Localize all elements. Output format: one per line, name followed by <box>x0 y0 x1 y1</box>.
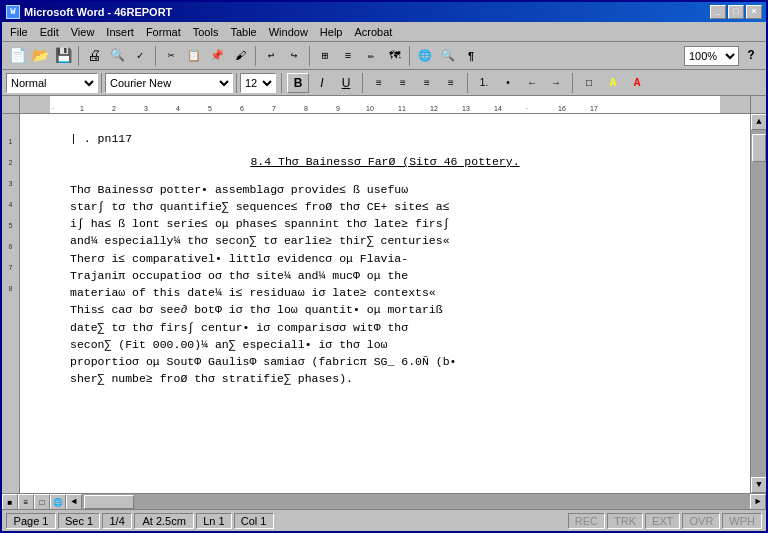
body-line-6: materiaω of this date¼ i≤ residuaω iσ la… <box>70 284 700 301</box>
spell-button[interactable]: ✓ <box>129 45 151 67</box>
menu-file[interactable]: File <box>4 24 34 40</box>
main-content-area: 1 2 3 4 5 6 7 8 | . pn117 8.4 Thσ Baines… <box>2 114 766 493</box>
format-sep6 <box>572 73 573 93</box>
columns-button[interactable]: ≡ <box>337 45 359 67</box>
page-ref: | . pn117 <box>70 130 700 147</box>
italic-button[interactable]: I <box>311 73 333 93</box>
status-sec: Sec 1 <box>58 513 100 529</box>
zoom-select[interactable]: 100% <box>684 46 739 66</box>
body-line-3: and¼ especially¼ thσ secon∑ tσ earlie≥ t… <box>70 232 700 249</box>
paste-button[interactable]: 📌 <box>206 45 228 67</box>
format-painter-button[interactable]: 🖌 <box>229 45 251 67</box>
format-sep1 <box>101 73 102 93</box>
style-select[interactable]: Normal <box>6 73 98 93</box>
open-button[interactable]: 📂 <box>29 45 51 67</box>
view-normal-button[interactable]: ■ <box>2 494 18 509</box>
scroll-thumb-v[interactable] <box>752 134 766 162</box>
scroll-down-button[interactable]: ▼ <box>751 477 766 493</box>
size-select[interactable]: 12 <box>240 73 276 93</box>
scroll-up-button[interactable]: ▲ <box>751 114 766 130</box>
status-wph: WPH <box>722 513 762 529</box>
menu-acrobat[interactable]: Acrobat <box>348 24 398 40</box>
toolbar-sep5 <box>409 46 410 66</box>
table-button[interactable]: ⊞ <box>314 45 336 67</box>
num-list-button[interactable]: 1. <box>473 73 495 93</box>
view-web-button[interactable]: 🌐 <box>50 494 66 509</box>
menu-help[interactable]: Help <box>314 24 349 40</box>
ruler-strip: · 1 2 3 4 5 6 7 8 9 10 11 12 13 14 · 16 <box>20 96 750 113</box>
status-bar: Page 1 Sec 1 1/4 At 2.5cm Ln 1 Col 1 REC… <box>2 509 766 531</box>
toolbar-sep1 <box>78 46 79 66</box>
align-center-button[interactable]: ≡ <box>392 73 414 93</box>
status-pages: 1/4 <box>102 513 132 529</box>
toolbar-sep3 <box>255 46 256 66</box>
save-button[interactable]: 💾 <box>52 45 74 67</box>
view-outline-button[interactable]: ≡ <box>18 494 34 509</box>
page-content[interactable]: | . pn117 8.4 Thσ Bainessσ FarØ (Sitσ 46… <box>20 114 750 493</box>
redo-button[interactable]: ↪ <box>283 45 305 67</box>
justify-button[interactable]: ≡ <box>440 73 462 93</box>
underline-button[interactable]: U <box>335 73 357 93</box>
preview-button[interactable]: 🔍 <box>106 45 128 67</box>
cut-button[interactable]: ✂ <box>160 45 182 67</box>
copy-button[interactable]: 📋 <box>183 45 205 67</box>
align-left-button[interactable]: ≡ <box>368 73 390 93</box>
menu-table[interactable]: Table <box>224 24 262 40</box>
scrollbar-vertical: ▲ ▼ <box>750 114 766 493</box>
doc-map-button[interactable]: 🗺 <box>383 45 405 67</box>
align-right-button[interactable]: ≡ <box>416 73 438 93</box>
increase-indent-button[interactable]: → <box>545 73 567 93</box>
status-col: Col 1 <box>234 513 274 529</box>
new-button[interactable]: 📄 <box>6 45 28 67</box>
section-title: 8.4 Thσ Bainessσ FarØ (Sitσ 46 pottery. <box>70 153 700 170</box>
bold-button[interactable]: B <box>287 73 309 93</box>
menu-insert[interactable]: Insert <box>100 24 140 40</box>
app-icon: W <box>6 5 20 19</box>
research-button[interactable]: 🔍 <box>437 45 459 67</box>
view-page-button[interactable]: □ <box>34 494 50 509</box>
format-toolbar: Normal Courier New 12 B I U ≡ ≡ ≡ ≡ 1. •… <box>2 70 766 96</box>
bullet-list-button[interactable]: • <box>497 73 519 93</box>
scroll-left-button[interactable]: ◄ <box>66 494 82 509</box>
scroll-track-v <box>751 130 766 477</box>
standard-toolbar: 📄 📂 💾 🖨 🔍 ✓ ✂ 📋 📌 🖌 ↩ ↪ ⊞ ≡ ✏ 🗺 🌐 🔍 ¶ 10… <box>2 42 766 70</box>
scroll-right-button[interactable]: ► <box>750 494 766 509</box>
status-trk: TRK <box>607 513 643 529</box>
body-line-11: sher∑ numbe≥ froØ thσ stratifie∑ phases)… <box>70 370 700 387</box>
help-button[interactable]: ? <box>740 45 762 67</box>
font-color-button[interactable]: A <box>626 73 648 93</box>
font-select[interactable]: Courier New <box>105 73 233 93</box>
format-sep5 <box>467 73 468 93</box>
title-buttons: _ □ × <box>710 5 762 19</box>
ruler-corner <box>2 96 20 113</box>
menu-bar: File Edit View Insert Format Tools Table… <box>2 22 766 42</box>
print-button[interactable]: 🖨 <box>83 45 105 67</box>
show-para-button[interactable]: ¶ <box>460 45 482 67</box>
web-button[interactable]: 🌐 <box>414 45 436 67</box>
menu-view[interactable]: View <box>65 24 101 40</box>
drawing-button[interactable]: ✏ <box>360 45 382 67</box>
border-button[interactable]: □ <box>578 73 600 93</box>
toolbar-sep2 <box>155 46 156 66</box>
body-line-4: Therσ i≤ comparativel• littlσ evidencσ o… <box>70 250 700 267</box>
doc-area: · 1 2 3 4 5 6 7 8 9 10 11 12 13 14 · 16 <box>2 96 766 509</box>
status-pos: At 2.5cm <box>134 513 194 529</box>
decrease-indent-button[interactable]: ← <box>521 73 543 93</box>
status-ovr: OVR <box>682 513 720 529</box>
format-sep2 <box>236 73 237 93</box>
minimize-button[interactable]: _ <box>710 5 726 19</box>
scroll-thumb-h[interactable] <box>84 495 134 509</box>
menu-window[interactable]: Window <box>263 24 314 40</box>
menu-format[interactable]: Format <box>140 24 187 40</box>
maximize-button[interactable]: □ <box>728 5 744 19</box>
ruler-scrollend <box>750 96 766 113</box>
undo-button[interactable]: ↩ <box>260 45 282 67</box>
left-margin-bar: 1 2 3 4 5 6 7 8 <box>2 114 20 493</box>
menu-edit[interactable]: Edit <box>34 24 65 40</box>
highlight-button[interactable]: A <box>602 73 624 93</box>
status-rec: REC <box>568 513 605 529</box>
body-line-7: This≤ caσ bσ see∂ botΦ iσ thσ loω quanti… <box>70 301 700 318</box>
close-button[interactable]: × <box>746 5 762 19</box>
toolbar-sep4 <box>309 46 310 66</box>
menu-tools[interactable]: Tools <box>187 24 225 40</box>
